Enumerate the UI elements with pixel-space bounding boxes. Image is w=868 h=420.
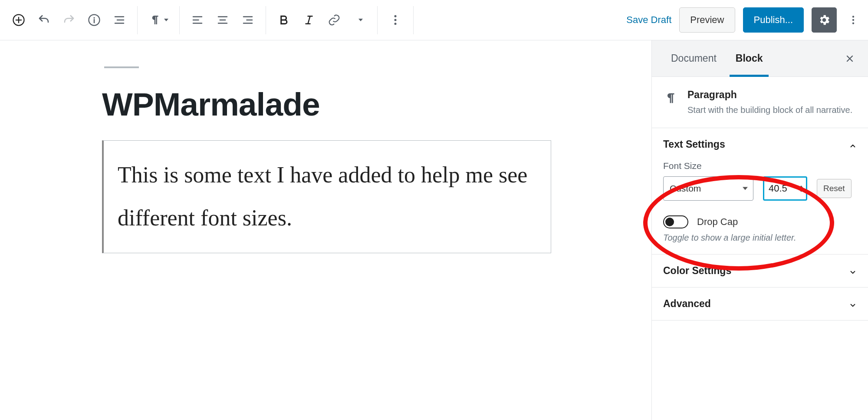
publish-button[interactable]: Publish... xyxy=(743,7,804,33)
caret-down-icon xyxy=(358,19,363,21)
separator xyxy=(137,6,138,34)
svg-point-5 xyxy=(395,23,397,25)
post-title[interactable]: WPMarmalade xyxy=(102,86,612,123)
drop-cap-toggle[interactable] xyxy=(663,215,688,228)
chevron-up-icon xyxy=(849,141,857,149)
close-sidebar-button[interactable] xyxy=(841,40,858,76)
dots-vertical-icon xyxy=(389,13,402,26)
bold-icon xyxy=(277,13,290,26)
block-summary-section: Paragraph Start with the building block … xyxy=(652,77,868,128)
paragraph-block[interactable]: This is some text I have added to help m… xyxy=(102,140,551,253)
separator xyxy=(266,6,266,34)
text-settings-toggle[interactable]: Text Settings xyxy=(652,128,868,161)
sidebar-tabs: Document Block xyxy=(652,40,868,77)
section-heading: Color Settings xyxy=(663,265,731,277)
header-actions: Save Draft Preview Publish... xyxy=(626,7,862,33)
font-size-number-input[interactable]: 40.5 xyxy=(763,176,807,201)
input-value: 40.5 xyxy=(769,183,787,194)
drop-cap-label: Drop Cap xyxy=(697,216,738,228)
section-heading: Text Settings xyxy=(663,139,725,150)
align-center-button[interactable] xyxy=(210,7,235,33)
redo-icon xyxy=(62,13,76,26)
block-options-button[interactable] xyxy=(383,7,408,33)
svg-point-8 xyxy=(852,22,854,24)
settings-sidebar: Document Block Paragraph Start with the … xyxy=(651,40,868,420)
color-settings-toggle[interactable]: Color Settings xyxy=(652,255,868,287)
align-center-icon xyxy=(216,13,229,26)
undo-button[interactable] xyxy=(31,7,56,33)
separator xyxy=(179,6,180,34)
preview-button[interactable]: Preview xyxy=(679,7,735,33)
change-block-type-button[interactable] xyxy=(143,7,174,33)
editor-options-button[interactable] xyxy=(845,7,862,33)
block-summary-desc: Start with the building block of all nar… xyxy=(687,103,852,116)
color-settings-section: Color Settings xyxy=(652,255,868,288)
svg-point-7 xyxy=(852,19,854,21)
drop-cap-hint: Toggle to show a large initial letter. xyxy=(663,233,857,243)
svg-point-3 xyxy=(395,15,397,17)
gear-icon xyxy=(818,13,831,26)
svg-point-2 xyxy=(93,17,95,18)
advanced-toggle[interactable]: Advanced xyxy=(652,288,868,320)
title-handle xyxy=(104,66,139,68)
block-summary-title: Paragraph xyxy=(687,89,852,101)
info-icon xyxy=(88,13,101,26)
advanced-section: Advanced xyxy=(652,288,868,321)
editor-canvas: WPMarmalade This is some text I have add… xyxy=(0,40,651,420)
toggle-knob xyxy=(665,218,674,226)
add-block-button[interactable] xyxy=(6,7,31,33)
align-left-icon xyxy=(191,13,204,26)
format-group xyxy=(271,6,372,34)
section-heading: Advanced xyxy=(663,298,711,310)
dots-vertical-icon xyxy=(848,14,859,26)
block-navigation-button[interactable] xyxy=(107,7,132,33)
italic-button[interactable] xyxy=(296,7,322,33)
chevron-down-icon xyxy=(849,300,857,308)
paragraph-block-icon xyxy=(663,91,678,116)
select-value: Custom xyxy=(670,183,701,194)
bold-button[interactable] xyxy=(271,7,296,33)
font-size-reset-button[interactable]: Reset xyxy=(817,179,852,198)
link-button[interactable] xyxy=(322,7,347,33)
separator xyxy=(377,6,378,34)
redo-button xyxy=(56,7,82,33)
outline-icon xyxy=(113,13,126,26)
align-right-icon xyxy=(241,13,254,26)
text-settings-section: Text Settings Font Size Custom 40.5 xyxy=(652,128,868,255)
doc-tools-group xyxy=(6,6,132,34)
more-format-button[interactable] xyxy=(347,7,372,33)
save-draft-button[interactable]: Save Draft xyxy=(626,14,671,26)
block-type-group xyxy=(143,6,174,34)
link-icon xyxy=(328,13,341,26)
align-right-button[interactable] xyxy=(235,7,260,33)
editor-toolbar: Save Draft Preview Publish... xyxy=(0,0,868,40)
main-area: WPMarmalade This is some text I have add… xyxy=(0,40,868,420)
font-size-preset-select[interactable]: Custom xyxy=(663,176,753,201)
svg-point-4 xyxy=(395,19,397,21)
svg-point-6 xyxy=(852,16,854,17)
separator xyxy=(413,6,414,34)
tab-block[interactable]: Block xyxy=(726,40,773,76)
caret-down-icon xyxy=(164,19,168,21)
settings-button[interactable] xyxy=(812,7,837,33)
caret-down-icon xyxy=(743,187,748,190)
italic-icon xyxy=(302,13,316,26)
tab-document[interactable]: Document xyxy=(661,40,726,76)
font-size-label: Font Size xyxy=(663,161,857,171)
close-icon xyxy=(845,53,855,64)
plus-circle-icon xyxy=(12,13,25,26)
content-info-button[interactable] xyxy=(82,7,107,33)
paragraph-icon xyxy=(148,13,161,26)
number-spinner[interactable] xyxy=(799,185,803,192)
block-more-group xyxy=(383,6,408,34)
chevron-down-icon xyxy=(849,267,857,275)
align-left-button[interactable] xyxy=(185,7,210,33)
align-group xyxy=(185,6,260,34)
undo-icon xyxy=(37,13,50,26)
